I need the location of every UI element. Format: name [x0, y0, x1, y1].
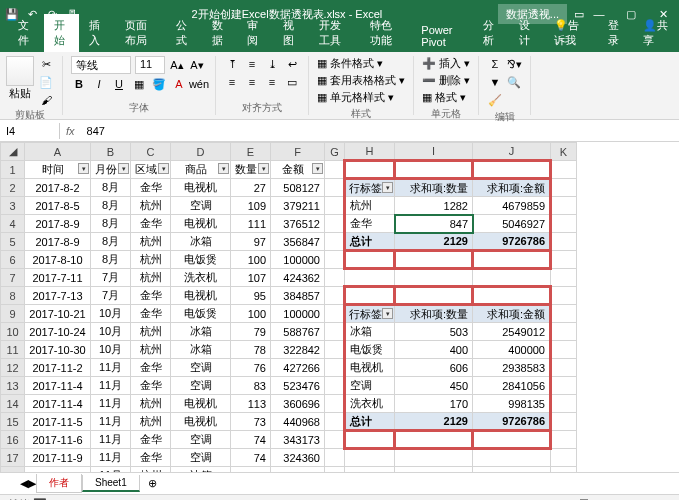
- pivot-cell[interactable]: [345, 251, 395, 269]
- filter-dropdown-icon[interactable]: ▾: [218, 163, 229, 174]
- cell[interactable]: 11月: [91, 413, 131, 431]
- cell[interactable]: [325, 287, 345, 305]
- header-amt[interactable]: 金额▾: [271, 161, 325, 179]
- cell[interactable]: 金华: [131, 449, 171, 467]
- cell[interactable]: 76: [231, 359, 271, 377]
- clear-icon[interactable]: 🧹: [487, 92, 503, 108]
- cell[interactable]: [551, 251, 577, 269]
- cell[interactable]: [551, 323, 577, 341]
- cell[interactable]: [473, 161, 551, 179]
- cell[interactable]: 51: [231, 467, 271, 473]
- font-size-select[interactable]: 11: [135, 56, 165, 74]
- cell[interactable]: 杭州: [131, 233, 171, 251]
- pivot-cell[interactable]: 电视机: [345, 359, 395, 377]
- pivot-cell[interactable]: [473, 431, 551, 449]
- cell[interactable]: 空调: [171, 197, 231, 215]
- col-header[interactable]: E: [231, 143, 271, 161]
- cell[interactable]: [325, 197, 345, 215]
- fill-color-icon[interactable]: 🪣: [151, 76, 167, 92]
- pivot-cell[interactable]: 2938583: [473, 359, 551, 377]
- fx-icon[interactable]: fx: [60, 125, 81, 137]
- pivot-cell[interactable]: [473, 287, 551, 305]
- cell[interactable]: [551, 359, 577, 377]
- cell[interactable]: [325, 161, 345, 179]
- cell[interactable]: 2017-8-9: [25, 233, 91, 251]
- cell[interactable]: 2017-11-6: [25, 431, 91, 449]
- cell[interactable]: 空调: [171, 377, 231, 395]
- cell[interactable]: 11月: [91, 395, 131, 413]
- pivot-cell[interactable]: 9726786: [473, 413, 551, 431]
- cut-icon[interactable]: ✂: [38, 56, 54, 72]
- cell[interactable]: 427266: [271, 359, 325, 377]
- cell[interactable]: [325, 431, 345, 449]
- align-bot-icon[interactable]: ⤓: [264, 56, 280, 72]
- name-box[interactable]: I4: [0, 123, 60, 139]
- cell[interactable]: 7月: [91, 269, 131, 287]
- cell[interactable]: 11月: [91, 377, 131, 395]
- pivot-cell[interactable]: [345, 287, 395, 305]
- border-icon[interactable]: ▦: [131, 76, 147, 92]
- tab-home[interactable]: 开始: [44, 14, 80, 52]
- cell[interactable]: 11月: [91, 359, 131, 377]
- cell[interactable]: 79: [231, 323, 271, 341]
- cell[interactable]: 金华: [131, 305, 171, 323]
- cell[interactable]: 384857: [271, 287, 325, 305]
- pivot-cell[interactable]: 1282: [395, 197, 473, 215]
- filter-dropdown-icon[interactable]: ▾: [312, 163, 323, 174]
- pivot-cell[interactable]: [395, 251, 473, 269]
- row-header[interactable]: 12: [1, 359, 25, 377]
- select-all-cell[interactable]: ◢: [1, 143, 25, 161]
- cell[interactable]: 洗衣机: [171, 269, 231, 287]
- pivot-cell[interactable]: 金华: [345, 215, 395, 233]
- pivot-cell[interactable]: 行标签▾: [345, 305, 395, 323]
- cell[interactable]: [325, 215, 345, 233]
- cell[interactable]: [325, 413, 345, 431]
- header-qty[interactable]: 数量▾: [231, 161, 271, 179]
- tab-dev[interactable]: 开发工具: [309, 14, 360, 52]
- cell[interactable]: [325, 359, 345, 377]
- pivot-cell[interactable]: 2129: [395, 233, 473, 251]
- cell[interactable]: 74: [231, 449, 271, 467]
- cell[interactable]: 电饭煲: [171, 251, 231, 269]
- cell[interactable]: [325, 233, 345, 251]
- cell[interactable]: 100: [231, 251, 271, 269]
- header-product[interactable]: 商品▾: [171, 161, 231, 179]
- cell[interactable]: [325, 305, 345, 323]
- bold-button[interactable]: B: [71, 76, 87, 92]
- pivot-cell[interactable]: 170: [395, 395, 473, 413]
- pivot-cell[interactable]: 洗衣机: [345, 395, 395, 413]
- header-time[interactable]: 时间▾: [25, 161, 91, 179]
- cell[interactable]: 107: [231, 269, 271, 287]
- cell[interactable]: [345, 269, 395, 287]
- cell[interactable]: 588767: [271, 323, 325, 341]
- pivot-cell[interactable]: 求和项:金额: [473, 179, 551, 197]
- tab-view[interactable]: 视图: [273, 14, 309, 52]
- cell[interactable]: 73: [231, 413, 271, 431]
- cell[interactable]: 360696: [271, 395, 325, 413]
- cell[interactable]: 8月: [91, 179, 131, 197]
- row-header[interactable]: 18: [1, 467, 25, 473]
- pivot-cell[interactable]: [473, 251, 551, 269]
- tab-insert[interactable]: 插入: [79, 14, 115, 52]
- filter-dropdown-icon[interactable]: ▾: [78, 163, 89, 174]
- cell[interactable]: [551, 467, 577, 473]
- tab-data[interactable]: 数据: [202, 14, 238, 52]
- row-header[interactable]: 10: [1, 323, 25, 341]
- pivot-cell[interactable]: 998135: [473, 395, 551, 413]
- grow-font-icon[interactable]: A▴: [169, 57, 185, 73]
- cell[interactable]: 11月: [91, 467, 131, 473]
- phonetic-icon[interactable]: wén: [191, 76, 207, 92]
- insert-cells-button[interactable]: ➕插入 ▾: [422, 56, 470, 71]
- cell[interactable]: 10月: [91, 341, 131, 359]
- cell[interactable]: [325, 467, 345, 473]
- row-header[interactable]: 13: [1, 377, 25, 395]
- cell[interactable]: 空调: [171, 431, 231, 449]
- cell[interactable]: 电饭煲: [171, 305, 231, 323]
- cell[interactable]: 27: [231, 179, 271, 197]
- row-header[interactable]: 16: [1, 431, 25, 449]
- cell[interactable]: [395, 467, 473, 473]
- cell[interactable]: [551, 305, 577, 323]
- cell[interactable]: 2017-10-21: [25, 305, 91, 323]
- cell[interactable]: 324360: [271, 449, 325, 467]
- cell[interactable]: 2017-10-24: [25, 323, 91, 341]
